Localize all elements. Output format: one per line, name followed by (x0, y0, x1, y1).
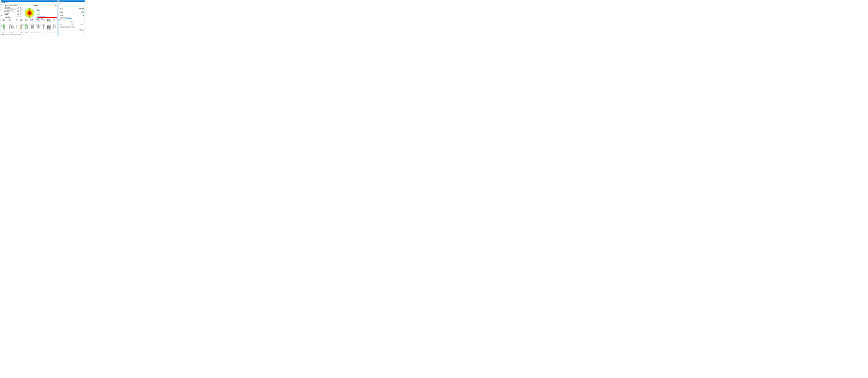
col-header[interactable]: 状态▲ (3, 19, 8, 20)
status-led-icon (3, 23, 4, 24)
tab-stats[interactable]: 统计 (1, 12, 2, 18)
signal-radar (24, 8, 35, 18)
refresh-icon[interactable] (4, 3, 5, 5)
tool-icon-5[interactable] (11, 3, 12, 5)
col-header[interactable]: 信道 (16, 19, 20, 20)
channel-chart: 1234567891011121314OTH (36, 8, 57, 18)
col-header[interactable]: 基础结构 (47, 19, 53, 20)
titlebar[interactable]: WirelessMon Professional ─ ☐ ✕ (1, 1, 58, 2)
channel-bar (37, 9, 57, 9)
channel-label: 11 (36, 14, 37, 15)
freq-label: 频率 (3, 17, 7, 18)
channel-bar (37, 8, 57, 8)
channel-bar (37, 8, 57, 9)
ipv6-value: 无网络访问权限 (79, 8, 84, 9)
wispy-value: 否 (20, 15, 23, 17)
channels-panel-title: 使用的信道 (36, 7, 57, 7)
help-icon[interactable]: ? (17, 3, 18, 5)
globe-small-icon[interactable] (14, 3, 15, 5)
svg-rect-45 (21, 30, 21, 30)
auth-label: 认证类型 (3, 13, 7, 14)
tool-icon-6[interactable] (12, 3, 14, 5)
col-header[interactable]: 支持的速率 (29, 19, 35, 20)
tab-general[interactable]: 常规 (59, 2, 62, 4)
sat-value: N/A (20, 14, 23, 15)
tab-map[interactable]: 地图 (1, 28, 2, 34)
channel-bar (37, 13, 57, 14)
table-header-row[interactable]: 状态▲SSID信道安全性RSSI支持的速率MAC 地址网络类型基础结构首次查 (3, 19, 57, 20)
wlan-close-button[interactable]: ✕ (82, 1, 85, 2)
group-connection: 连接 (59, 4, 84, 5)
diagnose-button[interactable]: 诊断(G) (71, 26, 75, 28)
signal-panel: 信号强度 (24, 7, 36, 19)
media-value: 已启用 (82, 9, 84, 10)
menu-help[interactable]: 帮助 (5, 2, 7, 3)
ap-table[interactable]: 状态▲SSID信道安全性RSSI支持的速率MAC 地址网络类型基础结构首次查 可… (3, 19, 57, 34)
bytes-sent: 78,006 (65, 24, 73, 25)
signal-bars-icon (59, 1, 60, 2)
media-label: 媒体状态: (60, 9, 63, 10)
close-button[interactable]: ✕ (55, 1, 58, 2)
table-row[interactable]: 可用HUST_WIRELESS9否-3154,48,36,24...70-D9-… (3, 32, 57, 33)
sent-label: 已发送 (63, 22, 65, 22)
status-led-icon (3, 32, 4, 32)
activity-panel: 已发送 —— —— 已接收 (59, 21, 84, 24)
table-row[interactable]: 可用HUST_WIRELESS13否-7654,48,36,24...A8-58… (3, 28, 57, 29)
col-header[interactable]: 首次查 (53, 19, 57, 20)
channel-bar (37, 10, 57, 11)
tool-icon-7[interactable] (15, 3, 17, 5)
svg-rect-7 (10, 4, 10, 4)
tool-icon-2[interactable] (7, 3, 8, 5)
txpower-label: 发射功率 (16, 8, 19, 9)
menu-config[interactable]: 配置 (3, 2, 5, 3)
svg-rect-40 (21, 24, 21, 24)
details-button[interactable]: 详细信息(E)... (60, 17, 66, 19)
maximize-button[interactable]: ☐ (53, 1, 55, 2)
close-dialog-button[interactable]: 关闭(C) (79, 29, 84, 31)
disable-button[interactable]: 禁用(D) (65, 26, 70, 28)
svg-rect-37 (21, 21, 21, 21)
table-row[interactable]: 可用ORBI4848是 (...-3154,48,36,24...10-0C-6… (3, 20, 57, 21)
save-icon[interactable] (1, 3, 2, 5)
strength-value: -31 dBm 73 % (7, 10, 16, 11)
ssid-value: ORBI48 (7, 7, 16, 8)
minimize-button[interactable]: ─ (50, 1, 53, 2)
speed-value: 1201 (7, 11, 16, 12)
wlan-tabstrip: 常规 (59, 2, 84, 4)
statusbar: 检测到 40 个AP (24 个加密 - 16 个未加密) - 57 个可用 G… (1, 34, 58, 35)
col-header[interactable]: MAC 地址 (35, 19, 41, 20)
col-header[interactable]: RSSI (25, 19, 29, 20)
wlan-titlebar[interactable]: WLAN 状态 ✕ (59, 1, 85, 2)
folder-icon[interactable] (2, 3, 4, 5)
channel-label: 4 (36, 10, 37, 10)
svg-rect-47 (21, 32, 21, 32)
col-header[interactable]: SSID (8, 19, 16, 20)
info-grid: SSID ORBI48 信道 48 MAC 地址 10-0C-6B-42-2D-… (3, 7, 23, 19)
col-header[interactable]: 安全性 (20, 19, 25, 20)
wireless-properties-button[interactable]: 无线属性(W) (66, 17, 72, 19)
channel-bar (37, 17, 57, 18)
wlan-status-window: WLAN 状态 ✕ 常规 连接 IPv4 连接:Internet IPv6 连接… (59, 0, 85, 36)
adapter-select[interactable]: Intel(R) Wi-Fi 6 AX201 160MHz (8, 5, 33, 6)
status-led-icon (3, 29, 4, 29)
menubar: 文件 配置 帮助 (1, 2, 58, 3)
gpssig-value: N/A (20, 13, 23, 14)
tool-icon-4[interactable] (9, 3, 11, 5)
tool-icon-3[interactable] (8, 3, 9, 5)
wlan-window-title: WLAN 状态 (60, 1, 82, 2)
lock-icon (20, 29, 21, 30)
menu-file[interactable]: 文件 (1, 2, 3, 3)
tab-summary[interactable]: 概要 (1, 6, 2, 12)
ipv4-label: IPv4 连接: (60, 6, 63, 7)
tab-graph[interactable]: 图形 (1, 17, 2, 23)
sigquality-label: 信号质量: (60, 15, 63, 16)
reload-adapter-button[interactable]: 重新加载网卡 (33, 5, 38, 6)
channel-label: OTH (36, 17, 37, 18)
col-header[interactable]: 网络类型 (41, 19, 47, 20)
svg-rect-46 (21, 31, 21, 31)
tab-ipconn[interactable]: IP 连接 (1, 23, 2, 28)
sat-label: 卫星数 (16, 14, 19, 15)
properties-button[interactable]: 属性(P) (60, 26, 65, 28)
lock-icon (20, 21, 21, 22)
tool-icon-1[interactable] (5, 3, 7, 5)
